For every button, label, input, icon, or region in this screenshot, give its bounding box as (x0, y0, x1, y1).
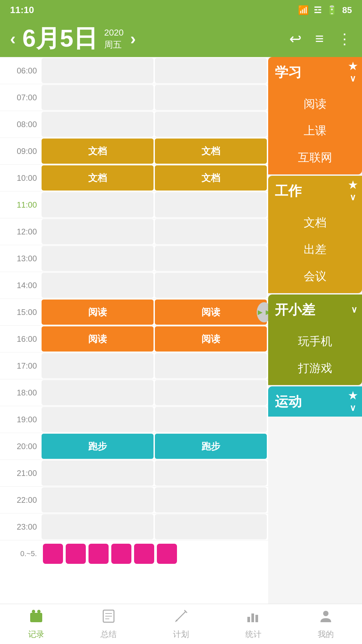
grid-row[interactable] (40, 460, 268, 486)
category-item[interactable]: 文档 (268, 209, 362, 236)
category-item[interactable]: 阅读 (268, 91, 362, 117)
schedule-cell[interactable] (155, 353, 267, 378)
prev-date-button[interactable]: ‹ (10, 29, 16, 48)
schedule-cell[interactable] (42, 487, 154, 513)
chevron-down-icon[interactable]: ∨ (350, 73, 356, 84)
time-label: 10:00 (0, 164, 40, 191)
dot-item[interactable] (88, 544, 109, 564)
dot-item[interactable] (134, 544, 154, 564)
schedule-cell[interactable] (42, 380, 154, 405)
svg-rect-11 (251, 613, 254, 622)
grid-row[interactable] (40, 191, 268, 218)
menu-icon[interactable]: ≡ (315, 30, 324, 47)
date-navigation: ‹ 6月5日 2020 周五 › (10, 22, 136, 55)
category-item[interactable]: 打游戏 (268, 355, 362, 382)
schedule-cell[interactable]: 阅读 (155, 326, 267, 352)
category-block-开小差[interactable]: 开小差∨玩手机打游戏 (268, 294, 362, 385)
category-header[interactable]: 运动★∨ (268, 386, 362, 417)
schedule-cell[interactable]: 文档 (155, 165, 267, 191)
grid-row[interactable]: 阅读阅读 (40, 325, 268, 352)
tab-item-统计[interactable]: 统计 (217, 609, 290, 640)
schedule-cell[interactable] (42, 219, 154, 244)
dot-item[interactable] (66, 544, 86, 564)
grid-row[interactable] (40, 513, 268, 540)
schedule-cell[interactable] (42, 353, 154, 378)
time-label: 07:00 (0, 84, 40, 111)
schedule-cell[interactable] (42, 273, 154, 298)
grid-row[interactable] (40, 245, 268, 272)
grid-row[interactable] (40, 111, 268, 138)
schedule-cell[interactable] (42, 112, 154, 137)
schedule-cell[interactable] (155, 219, 267, 244)
grid-row[interactable] (40, 379, 268, 406)
schedule-cell[interactable]: 阅读 (155, 300, 267, 325)
schedule-cell[interactable] (42, 192, 154, 217)
schedule-cell[interactable] (155, 380, 267, 405)
time-label: 16:00 (0, 325, 40, 352)
undo-icon[interactable]: ↩ (289, 30, 302, 47)
dot-item[interactable] (111, 544, 131, 564)
grid-row[interactable]: 阅读阅读►► (40, 299, 268, 325)
category-item[interactable]: 会议 (268, 263, 362, 290)
schedule-cell[interactable]: 跑步 (155, 434, 267, 459)
category-block-学习[interactable]: 学习★∨阅读上课互联网 (268, 57, 362, 174)
category-header[interactable]: 开小差∨ (268, 294, 362, 325)
schedule-cell[interactable] (155, 487, 267, 513)
chevron-down-icon[interactable]: ∨ (350, 403, 356, 413)
schedule-cell[interactable] (155, 192, 267, 217)
category-item[interactable]: 上课 (268, 117, 362, 144)
schedule-cell[interactable]: 文档 (42, 165, 154, 191)
schedule-cell[interactable] (155, 246, 267, 271)
schedule-cell[interactable]: 文档 (42, 139, 154, 164)
schedule-cell[interactable] (155, 461, 267, 486)
dot-item[interactable] (157, 544, 177, 564)
category-item[interactable]: 玩手机 (268, 328, 362, 355)
schedule-cell[interactable] (155, 85, 267, 110)
schedule-cell[interactable] (42, 514, 154, 539)
chevron-down-icon[interactable]: ∨ (351, 305, 357, 315)
grid-row[interactable] (40, 272, 268, 299)
category-item[interactable]: 出差 (268, 236, 362, 263)
schedule-cell[interactable] (42, 58, 154, 83)
svg-rect-10 (247, 617, 250, 622)
schedule-cell[interactable] (42, 85, 154, 110)
schedule-cell[interactable] (42, 407, 154, 432)
grid-row[interactable] (40, 57, 268, 84)
schedule-cell[interactable]: 跑步 (42, 434, 154, 459)
schedule-cell[interactable] (155, 112, 267, 137)
grid-row[interactable] (40, 486, 268, 513)
schedule-cell[interactable] (155, 514, 267, 539)
schedule-cell[interactable] (155, 58, 267, 83)
tab-item-计划[interactable]: 计划 (145, 609, 217, 640)
grid-row[interactable] (40, 406, 268, 433)
schedule-cell[interactable] (155, 273, 267, 298)
chevron-down-icon[interactable]: ∨ (350, 192, 356, 203)
tab-item-记录[interactable]: 记录 (0, 609, 72, 640)
grid-row[interactable] (40, 352, 268, 379)
category-header[interactable]: 学习★∨ (268, 57, 362, 87)
category-item[interactable]: 互联网 (268, 144, 362, 171)
more-icon[interactable]: ⋮ (337, 30, 352, 47)
next-date-button[interactable]: › (130, 29, 136, 48)
category-header[interactable]: 工作★∨ (268, 176, 362, 206)
grid-row[interactable]: 跑步跑步 (40, 433, 268, 460)
grid-row[interactable]: 文档文档 (40, 138, 268, 164)
tab-item-总结[interactable]: 总结 (72, 609, 145, 640)
schedule-grid[interactable]: 文档文档文档文档阅读阅读►►阅读阅读跑步跑步 (40, 57, 268, 604)
category-block-工作[interactable]: 工作★∨文档出差会议 (268, 176, 362, 293)
schedule-cell[interactable]: 阅读 (42, 326, 154, 352)
grid-row[interactable] (40, 84, 268, 111)
schedule-cell[interactable] (155, 407, 267, 432)
schedule-cell[interactable] (42, 246, 154, 271)
schedule-cell[interactable] (42, 461, 154, 486)
time-label: 22:00 (0, 486, 40, 513)
time-label: 08:00 (0, 111, 40, 138)
schedule-cell[interactable]: 阅读 (42, 300, 154, 325)
schedule-cell[interactable]: 文档 (155, 139, 267, 164)
tab-item-我的[interactable]: 我的 (290, 609, 362, 640)
time-label: 09:00 (0, 138, 40, 164)
grid-row[interactable]: 文档文档 (40, 164, 268, 191)
dot-item[interactable] (43, 544, 63, 564)
category-block-运动[interactable]: 运动★∨ (268, 386, 362, 417)
grid-row[interactable] (40, 218, 268, 245)
